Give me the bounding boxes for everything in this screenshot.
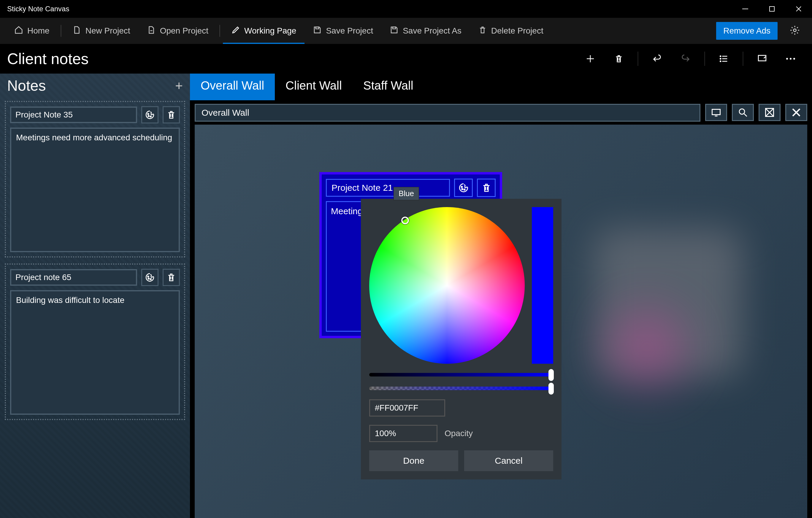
- svg-rect-4: [316, 27, 319, 29]
- svg-rect-1: [770, 6, 774, 11]
- palette-icon[interactable]: [141, 269, 158, 286]
- close-wall-button[interactable]: [785, 104, 807, 121]
- opacity-label: Opacity: [444, 429, 473, 438]
- trash-icon[interactable]: [477, 179, 496, 197]
- slider-thumb[interactable]: [548, 369, 554, 381]
- svg-point-12: [720, 56, 721, 57]
- close-button[interactable]: [785, 0, 812, 18]
- tab-overall-wall[interactable]: Overall Wall: [190, 73, 275, 100]
- done-button[interactable]: Done: [369, 450, 458, 471]
- window-controls: [732, 0, 812, 18]
- wall-tabs: Overall Wall Client Wall Staff Wall: [190, 73, 812, 100]
- color-picker-popup: Opacity Done Cancel: [361, 199, 561, 480]
- menu-home[interactable]: Home: [6, 18, 58, 44]
- svg-point-24: [150, 279, 151, 280]
- separator: [220, 25, 220, 37]
- separator: [704, 52, 705, 66]
- svg-point-14: [720, 61, 721, 62]
- minimize-button[interactable]: [732, 0, 759, 18]
- svg-rect-0: [742, 9, 748, 9]
- file-icon: [72, 26, 81, 36]
- hex-input[interactable]: [369, 399, 445, 417]
- color-wheel-selector[interactable]: [401, 217, 409, 224]
- menu-save-project[interactable]: Save Project: [304, 18, 381, 44]
- svg-point-35: [462, 189, 463, 190]
- trash-icon[interactable]: [163, 269, 180, 286]
- wall-name-input[interactable]: [195, 104, 700, 122]
- menu-working-page[interactable]: Working Page: [223, 18, 304, 44]
- svg-point-13: [720, 58, 721, 59]
- save-icon: [313, 26, 322, 36]
- menu-label: Save Project: [326, 26, 373, 36]
- svg-line-28: [744, 114, 747, 117]
- add-note-button[interactable]: +: [175, 78, 183, 93]
- canvas-note-title-input[interactable]: [326, 179, 450, 197]
- menu-delete-project[interactable]: Delete Project: [470, 18, 552, 44]
- svg-rect-15: [758, 56, 766, 61]
- menu-label: Delete Project: [491, 26, 543, 36]
- grid-off-button[interactable]: [759, 104, 781, 121]
- svg-point-19: [147, 113, 149, 115]
- menu-label: Save Project As: [403, 26, 462, 36]
- slider-thumb[interactable]: [548, 383, 554, 395]
- palette-icon[interactable]: [141, 106, 158, 123]
- svg-rect-5: [393, 27, 396, 29]
- notes-sidebar: Notes + Meetings need more advanced sche…: [0, 73, 190, 518]
- note-title-input[interactable]: [10, 106, 137, 123]
- present-button[interactable]: [748, 44, 776, 73]
- menu-open-project[interactable]: Open Project: [139, 18, 216, 44]
- svg-point-16: [786, 58, 788, 60]
- menu-label: Open Project: [160, 26, 208, 36]
- palette-icon[interactable]: [454, 179, 473, 197]
- svg-point-21: [150, 116, 151, 117]
- menu-label: New Project: [85, 26, 130, 36]
- main: Notes + Meetings need more advanced sche…: [0, 73, 812, 518]
- separator: [61, 25, 61, 37]
- remove-ads-button[interactable]: Remove Ads: [716, 22, 778, 40]
- tab-client-wall[interactable]: Client Wall: [275, 73, 353, 100]
- note-card[interactable]: Building was difficult to locate: [5, 264, 185, 420]
- separator: [638, 52, 638, 66]
- svg-rect-25: [712, 110, 720, 115]
- file-open-icon: [147, 26, 156, 36]
- delete-button[interactable]: [605, 44, 633, 73]
- note-card[interactable]: Meetings need more advanced scheduling: [5, 101, 185, 257]
- svg-point-20: [148, 115, 149, 117]
- page-title: Client notes: [7, 50, 89, 68]
- window-title: Sticky Note Canvas: [7, 5, 69, 13]
- opacity-slider[interactable]: [369, 386, 553, 391]
- undo-button[interactable]: [643, 44, 671, 73]
- tab-staff-wall[interactable]: Staff Wall: [353, 73, 424, 100]
- opacity-input[interactable]: [369, 425, 437, 442]
- redo-button[interactable]: [671, 44, 700, 73]
- maximize-button[interactable]: [759, 0, 785, 18]
- color-wheel[interactable]: [369, 207, 525, 364]
- search-button[interactable]: [732, 104, 754, 121]
- cancel-button[interactable]: Cancel: [464, 450, 553, 471]
- svg-point-34: [461, 186, 462, 187]
- canvas-column: Overall Wall Client Wall Staff Wall Meet…: [190, 73, 812, 518]
- svg-point-6: [793, 29, 796, 32]
- note-body[interactable]: Meetings need more advanced scheduling: [10, 128, 180, 252]
- menu-save-project-as[interactable]: Save Project As: [381, 18, 470, 44]
- settings-button[interactable]: [784, 25, 806, 37]
- menu-new-project[interactable]: New Project: [64, 18, 139, 44]
- value-strip[interactable]: [532, 207, 553, 364]
- list-button[interactable]: [709, 44, 738, 73]
- brightness-slider[interactable]: [369, 372, 553, 377]
- note-body[interactable]: Building was difficult to locate: [10, 290, 180, 415]
- trash-icon[interactable]: [163, 106, 180, 123]
- note-title-input[interactable]: [10, 269, 137, 286]
- menu-label: Working Page: [244, 26, 296, 36]
- home-icon: [14, 26, 23, 36]
- fit-screen-button[interactable]: [705, 104, 727, 121]
- more-button[interactable]: [776, 44, 805, 73]
- svg-point-22: [147, 276, 149, 277]
- trash-icon: [478, 26, 487, 36]
- sidebar-title: Notes: [7, 77, 46, 94]
- svg-point-23: [148, 278, 149, 279]
- canvas[interactable]: Meeting Blue: [195, 125, 807, 518]
- blurred-note: [614, 314, 679, 380]
- separator: [743, 52, 743, 66]
- add-button[interactable]: [576, 44, 605, 73]
